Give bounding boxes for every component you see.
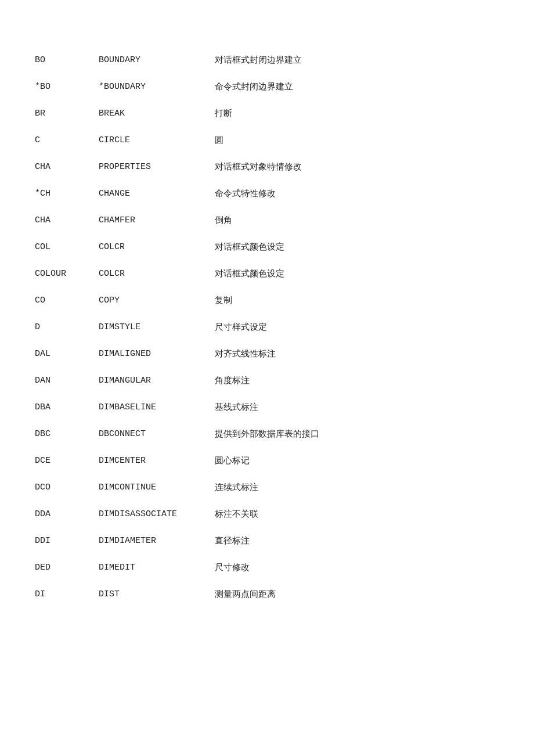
- table-row: CHACHAMFER倒角: [35, 207, 499, 233]
- command-abbreviation: CHA: [35, 207, 99, 233]
- table-row: DDADIMDISASSOCIATE标注不关联: [35, 501, 499, 527]
- command-abbreviation: DCO: [35, 474, 99, 501]
- table-row: DALDIMALIGNED对齐式线性标注: [35, 340, 499, 367]
- command-description: 角度标注: [215, 367, 499, 394]
- command-name: *BOUNDARY: [99, 73, 215, 100]
- command-name: COPY: [99, 287, 215, 314]
- command-abbreviation: DBC: [35, 420, 99, 447]
- command-abbreviation: CO: [35, 287, 99, 314]
- command-abbreviation: DED: [35, 554, 99, 581]
- command-description: 尺寸样式设定: [215, 314, 499, 340]
- command-abbreviation: COL: [35, 233, 99, 260]
- command-description: 对话框式封闭边界建立: [215, 46, 499, 73]
- table-row: *CHCHANGE命令式特性修改: [35, 180, 499, 207]
- table-row: DBADIMBASELINE基线式标注: [35, 394, 499, 420]
- command-name: COLCR: [99, 233, 215, 260]
- command-description: 圆心标记: [215, 447, 499, 474]
- command-abbreviation: DI: [35, 581, 99, 607]
- table-row: CCIRCLE圆: [35, 127, 499, 153]
- command-name: DIMDIAMETER: [99, 527, 215, 554]
- command-description: 连续式标注: [215, 474, 499, 501]
- command-name: DIMALIGNED: [99, 340, 215, 367]
- command-name: DIMBASELINE: [99, 394, 215, 420]
- command-reference-table: BOBOUNDARY对话框式封闭边界建立*BO*BOUNDARY命令式封闭边界建…: [35, 46, 499, 607]
- command-abbreviation: BR: [35, 100, 99, 127]
- table-row: COLCOLCR对话框式颜色设定: [35, 233, 499, 260]
- command-description: 对齐式线性标注: [215, 340, 499, 367]
- table-row: DDIMSTYLE尺寸样式设定: [35, 314, 499, 340]
- command-name: CHANGE: [99, 180, 215, 207]
- command-description: 命令式封闭边界建立: [215, 73, 499, 100]
- command-name: CIRCLE: [99, 127, 215, 153]
- command-description: 对话框式颜色设定: [215, 233, 499, 260]
- command-abbreviation: DAN: [35, 367, 99, 394]
- command-abbreviation: BO: [35, 46, 99, 73]
- table-row: CHAPROPERTIES对话框式对象特情修改: [35, 153, 499, 180]
- command-description: 对话框式对象特情修改: [215, 153, 499, 180]
- command-name: BREAK: [99, 100, 215, 127]
- command-description: 测量两点间距离: [215, 581, 499, 607]
- table-row: DCODIMCONTINUE连续式标注: [35, 474, 499, 501]
- command-description: 命令式特性修改: [215, 180, 499, 207]
- table-row: BRBREAK打断: [35, 100, 499, 127]
- table-row: DEDDIMEDIT尺寸修改: [35, 554, 499, 581]
- command-description: 圆: [215, 127, 499, 153]
- table-row: COLOURCOLCR对话框式颜色设定: [35, 260, 499, 287]
- table-row: COCOPY复制: [35, 287, 499, 314]
- command-name: DIMCONTINUE: [99, 474, 215, 501]
- command-abbreviation: CHA: [35, 153, 99, 180]
- table-row: *BO*BOUNDARY命令式封闭边界建立: [35, 73, 499, 100]
- command-description: 对话框式颜色设定: [215, 260, 499, 287]
- command-abbreviation: DAL: [35, 340, 99, 367]
- command-abbreviation: *CH: [35, 180, 99, 207]
- command-description: 倒角: [215, 207, 499, 233]
- command-description: 基线式标注: [215, 394, 499, 420]
- table-row: BOBOUNDARY对话框式封闭边界建立: [35, 46, 499, 73]
- command-abbreviation: COLOUR: [35, 260, 99, 287]
- command-abbreviation: DDA: [35, 501, 99, 527]
- command-name: COLCR: [99, 260, 215, 287]
- command-abbreviation: DBA: [35, 394, 99, 420]
- command-abbreviation: C: [35, 127, 99, 153]
- command-description: 复制: [215, 287, 499, 314]
- command-abbreviation: *BO: [35, 73, 99, 100]
- command-description: 标注不关联: [215, 501, 499, 527]
- command-name: DBCONNECT: [99, 420, 215, 447]
- table-row: DBCDBCONNECT提供到外部数据库表的接口: [35, 420, 499, 447]
- command-name: BOUNDARY: [99, 46, 215, 73]
- table-row: DDIDIMDIAMETER直径标注: [35, 527, 499, 554]
- table-row: DANDIMANGULAR角度标注: [35, 367, 499, 394]
- command-description: 尺寸修改: [215, 554, 499, 581]
- command-name: DIST: [99, 581, 215, 607]
- command-description: 直径标注: [215, 527, 499, 554]
- command-description: 提供到外部数据库表的接口: [215, 420, 499, 447]
- command-name: DIMSTYLE: [99, 314, 215, 340]
- command-abbreviation: DDI: [35, 527, 99, 554]
- command-name: CHAMFER: [99, 207, 215, 233]
- command-abbreviation: D: [35, 314, 99, 340]
- command-description: 打断: [215, 100, 499, 127]
- command-name: PROPERTIES: [99, 153, 215, 180]
- command-abbreviation: DCE: [35, 447, 99, 474]
- table-row: DIDIST测量两点间距离: [35, 581, 499, 607]
- command-name: DIMCENTER: [99, 447, 215, 474]
- command-name: DIMDISASSOCIATE: [99, 501, 215, 527]
- command-name: DIMEDIT: [99, 554, 215, 581]
- command-name: DIMANGULAR: [99, 367, 215, 394]
- table-row: DCEDIMCENTER圆心标记: [35, 447, 499, 474]
